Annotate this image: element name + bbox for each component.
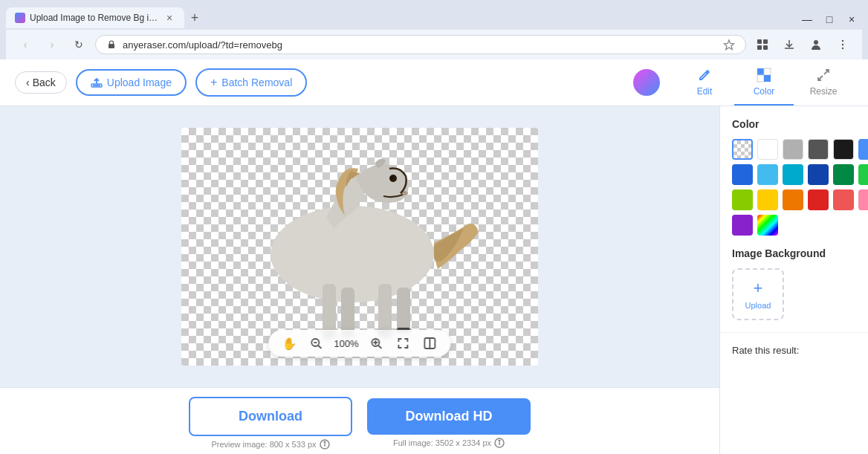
main-area: ✋ 100%	[0, 106, 719, 454]
color-swatch-yellow[interactable]	[757, 189, 778, 210]
download-hd-area: Download HD Full image: 3502 x 2334 px	[367, 398, 531, 448]
color-swatch-transparent[interactable]	[732, 139, 753, 160]
svg-rect-21	[378, 284, 392, 334]
tab-resize[interactable]: Resize	[794, 59, 853, 106]
info-icon	[320, 439, 330, 450]
full-text: Full image: 3502 x 2334 px	[393, 438, 505, 448]
svg-marker-1	[725, 40, 734, 50]
fit-screen-btn[interactable]	[395, 334, 412, 352]
download-hd-button[interactable]: Download HD	[367, 398, 531, 435]
upload-label: Upload Image	[107, 77, 172, 88]
close-btn[interactable]: ×	[841, 9, 862, 30]
color-swatch-salmon[interactable]	[833, 189, 854, 210]
profile-btn[interactable]	[806, 34, 826, 55]
svg-point-15	[271, 206, 434, 302]
zoom-in-btn[interactable]	[368, 334, 386, 352]
download-area: Download Preview image: 800 x 533 px	[189, 397, 352, 450]
upload-bg-label: Upload	[745, 301, 771, 310]
edit-icon	[696, 67, 713, 83]
background-icon	[756, 67, 772, 83]
color-swatch-darkgray[interactable]	[808, 139, 829, 160]
user-avatar[interactable]	[633, 69, 660, 96]
address-bar[interactable]: anyeraser.com/upload/?td=removebg	[95, 35, 746, 54]
color-swatch-purple[interactable]	[732, 215, 753, 236]
back-chevron-icon: ‹	[26, 77, 30, 88]
image-toolbar: ✋ 100%	[268, 330, 450, 357]
download-btn[interactable]	[779, 34, 800, 55]
svg-point-17	[390, 176, 393, 179]
batch-label: Batch Removal	[221, 77, 292, 88]
plus-icon: +	[210, 76, 217, 89]
color-swatch-lightgray[interactable]	[783, 139, 803, 160]
upload-icon	[91, 77, 103, 88]
svg-rect-22	[397, 288, 410, 332]
split-view-btn[interactable]	[421, 334, 439, 352]
horse-image	[181, 128, 523, 351]
color-swatch-navy[interactable]	[808, 164, 829, 185]
color-swatch-teal[interactable]	[783, 164, 803, 185]
tab-background[interactable]: Color	[734, 59, 794, 106]
zoom-out-btn[interactable]	[307, 334, 325, 352]
address-text: anyeraser.com/upload/?td=removebg	[123, 39, 717, 51]
color-section-title: Color	[732, 118, 856, 130]
color-swatch-green1[interactable]	[833, 164, 854, 185]
back-btn[interactable]: ‹	[15, 34, 36, 55]
svg-rect-3	[763, 39, 768, 44]
color-swatch-blue2[interactable]	[732, 164, 753, 185]
batch-removal-button[interactable]: + Batch Removal	[195, 68, 307, 97]
new-tab-btn[interactable]: +	[184, 7, 205, 28]
color-swatch-orange[interactable]	[783, 189, 803, 210]
maximize-btn[interactable]: □	[819, 9, 840, 30]
back-button[interactable]: ‹ Back	[15, 71, 67, 94]
menu-btn[interactable]	[832, 34, 853, 55]
back-label: Back	[33, 77, 56, 88]
svg-rect-11	[757, 68, 764, 75]
resize-icon	[815, 67, 832, 83]
image-bg-title: Image Background	[732, 247, 856, 259]
upload-image-button[interactable]: Upload Image	[76, 69, 187, 96]
download-button[interactable]: Download	[189, 397, 352, 436]
color-swatch-black[interactable]	[833, 139, 854, 160]
color-swatch-cyan[interactable]	[757, 164, 778, 185]
bottom-bar: Download Preview image: 800 x 533 px Dow…	[0, 387, 719, 454]
tab-background-label: Color	[754, 86, 775, 97]
color-swatch-gradient[interactable]	[757, 215, 778, 236]
svg-rect-13	[757, 75, 764, 82]
color-swatch-green2[interactable]	[858, 164, 868, 185]
color-swatch-blue1[interactable]	[858, 139, 868, 160]
tab-resize-label: Resize	[810, 86, 838, 97]
svg-rect-0	[108, 44, 114, 48]
rate-title: Rate this result:	[732, 345, 856, 356]
svg-line-33	[379, 346, 382, 348]
forward-btn[interactable]: ›	[42, 34, 62, 55]
right-panel: Color	[719, 106, 868, 454]
svg-line-29	[318, 346, 321, 348]
svg-point-9	[842, 48, 843, 49]
svg-rect-5	[763, 45, 768, 50]
app-header: ‹ Back Upload Image + Batch Removal	[0, 59, 868, 106]
canvas-area: ✋ 100%	[0, 106, 719, 387]
svg-rect-4	[757, 45, 762, 50]
minimize-btn[interactable]: —	[797, 9, 817, 30]
svg-point-7	[842, 40, 843, 42]
color-swatch-lime[interactable]	[732, 189, 753, 210]
zoom-level: 100%	[334, 338, 358, 349]
browser-tab[interactable]: Upload Image to Remove Bg in... ×	[6, 7, 184, 28]
svg-point-6	[814, 40, 818, 45]
tab-favicon	[15, 13, 25, 23]
svg-point-38	[324, 441, 326, 443]
reload-btn[interactable]: ↻	[68, 34, 89, 55]
extensions-btn[interactable]	[752, 34, 773, 55]
tab-edit[interactable]: Edit	[675, 59, 734, 106]
color-swatch-pink[interactable]	[858, 189, 868, 210]
svg-point-41	[499, 440, 500, 441]
upload-background-btn[interactable]: + Upload	[732, 268, 784, 320]
tab-close-btn[interactable]: ×	[163, 12, 175, 24]
color-swatch-white[interactable]	[757, 139, 778, 160]
star-icon[interactable]	[723, 39, 735, 51]
color-swatch-red[interactable]	[808, 189, 829, 210]
pan-tool-btn[interactable]: ✋	[280, 334, 298, 352]
upload-plus-icon: +	[754, 279, 763, 298]
color-grid	[732, 139, 856, 236]
info-icon-hd	[494, 438, 505, 448]
